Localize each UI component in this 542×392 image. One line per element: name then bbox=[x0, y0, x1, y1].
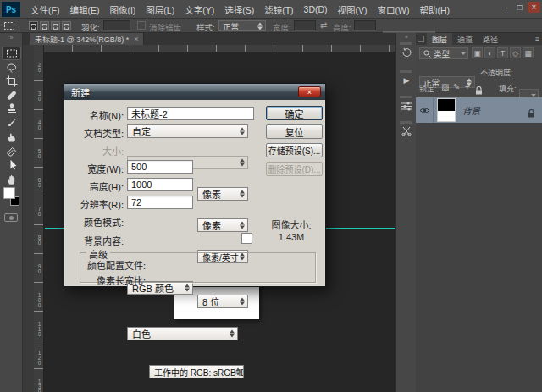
quick-mask-icon[interactable] bbox=[4, 213, 18, 222]
selection-arrow-icon bbox=[6, 159, 18, 171]
width-unit-select[interactable]: 像素 bbox=[197, 187, 248, 201]
tool-preset-icon[interactable] bbox=[3, 20, 20, 31]
tab-channels[interactable]: 通道 bbox=[452, 33, 478, 45]
lock-paint-icon[interactable]: ✎ bbox=[453, 82, 460, 91]
ruler-label: 50 bbox=[34, 148, 44, 158]
name-input[interactable]: 未标题-2 bbox=[127, 107, 254, 120]
layer-filter-select[interactable]: 类型 bbox=[419, 47, 468, 59]
resolution-input[interactable]: 72 bbox=[127, 196, 193, 209]
menu-filter[interactable]: 滤镜(T) bbox=[259, 3, 298, 16]
intersect-selection-mode-icon[interactable] bbox=[62, 21, 71, 30]
panel-menu-icon[interactable]: ≡ bbox=[535, 33, 539, 45]
subtract-selection-mode-icon[interactable] bbox=[51, 21, 60, 30]
ruler-label: 110 bbox=[34, 321, 44, 336]
antialias-checkbox[interactable] bbox=[137, 21, 146, 30]
menu-3d[interactable]: 3D(D) bbox=[299, 4, 333, 14]
save-preset-button[interactable]: 存储预设(S)... bbox=[266, 143, 323, 157]
background-contents-select[interactable]: 白色 bbox=[127, 327, 238, 340]
rectangular-marquee-tool[interactable] bbox=[2, 47, 21, 60]
add-selection-mode-icon[interactable] bbox=[40, 21, 49, 30]
adjustment-filter-icon[interactable]: ◐ bbox=[484, 47, 495, 58]
style-label: 样式: bbox=[196, 21, 215, 33]
lock-all-icon[interactable] bbox=[475, 83, 483, 98]
layer-lock-icon bbox=[528, 106, 535, 121]
doctype-label: 文档类型: bbox=[64, 126, 124, 140]
dock-caption bbox=[400, 121, 412, 124]
bitdepth-select[interactable]: 8 位 bbox=[197, 295, 248, 308]
style-select[interactable]: 正常 bbox=[218, 20, 266, 31]
menu-select[interactable]: 选择(S) bbox=[219, 3, 259, 16]
height-input[interactable] bbox=[354, 20, 376, 30]
menu-window[interactable]: 窗口(W) bbox=[373, 3, 415, 16]
layers-panel: 图层 通道 路径 ≡ 类型 ▣ ◐ T ◇ ▦ 正常 不透明度: 锁定: ▨ ✎… bbox=[416, 33, 542, 392]
pixel-filter-icon[interactable]: ▣ bbox=[472, 47, 483, 58]
lock-move-icon[interactable]: + bbox=[465, 82, 470, 91]
dock-caption bbox=[400, 42, 412, 45]
menu-image[interactable]: 图像(I) bbox=[104, 3, 141, 16]
toolbar-collapse-icon[interactable]: » bbox=[0, 35, 23, 41]
swap-dimensions-icon[interactable]: ⇄ bbox=[320, 20, 327, 30]
menu-file[interactable]: 文件(F) bbox=[25, 3, 64, 16]
tab-layers[interactable]: 图层 bbox=[427, 33, 452, 45]
brush-tool[interactable] bbox=[2, 117, 21, 130]
new-selection-mode-icon[interactable] bbox=[29, 21, 38, 30]
search-icon bbox=[423, 50, 431, 58]
dialog-close-button[interactable]: × bbox=[298, 86, 321, 97]
crop-tool[interactable] bbox=[2, 75, 21, 88]
actions-panel-icon[interactable]: ▶ bbox=[399, 74, 414, 87]
panel-dock-strip: « ▶ bbox=[395, 33, 416, 392]
smart-object-filter-icon[interactable]: ▦ bbox=[523, 47, 534, 58]
layer-row-background[interactable]: 背景 bbox=[416, 97, 542, 123]
menu-edit[interactable]: 编辑(E) bbox=[64, 3, 104, 16]
menu-help[interactable]: 帮助(H) bbox=[415, 3, 456, 16]
history-panel-icon[interactable] bbox=[399, 46, 414, 59]
width-input[interactable]: 500 bbox=[127, 160, 193, 174]
menu-bar: Ps 文件(F) 编辑(E) 图像(I) 图层(L) 文字(Y) 选择(S) 滤… bbox=[0, 0, 542, 19]
spot-healing-brush-tool[interactable] bbox=[2, 89, 21, 102]
adjustments-panel-icon[interactable] bbox=[399, 99, 414, 113]
width-input[interactable] bbox=[294, 20, 316, 30]
doctype-select[interactable]: 自定 bbox=[127, 124, 248, 138]
horizontal-ruler[interactable] bbox=[44, 45, 395, 52]
close-tab-icon[interactable]: × bbox=[134, 35, 138, 43]
maximize-button[interactable]: □ bbox=[513, 2, 526, 13]
close-window-button[interactable]: × bbox=[528, 2, 540, 13]
document-tab[interactable]: 未标题-1 @ 342%(RGB/8) * × bbox=[30, 33, 144, 45]
background-color-swatch-dialog[interactable] bbox=[241, 233, 252, 244]
menu-layer[interactable]: 图层(L) bbox=[141, 3, 180, 16]
layer-thumbnail[interactable] bbox=[437, 98, 456, 122]
height-input[interactable]: 1000 bbox=[127, 178, 193, 191]
layer-visibility-toggle[interactable] bbox=[416, 97, 434, 123]
antialias-label: 消除锯齿 bbox=[149, 21, 181, 33]
lock-transparency-icon[interactable]: ▨ bbox=[441, 82, 449, 91]
tool-presets-panel-icon[interactable] bbox=[399, 124, 414, 138]
dock-collapse-icon[interactable]: « bbox=[396, 34, 417, 40]
height-unit-select[interactable]: 像素 bbox=[197, 218, 248, 232]
foreground-color-swatch[interactable] bbox=[3, 187, 15, 199]
direct-selection-tool[interactable] bbox=[2, 158, 21, 172]
color-profile-select[interactable]: 工作中的 RGB: sRGB IEC619… bbox=[149, 365, 244, 378]
feather-label: 羽化: bbox=[81, 21, 100, 33]
clone-stamp-tool[interactable] bbox=[2, 102, 21, 116]
healing-brush-icon bbox=[6, 90, 18, 102]
hand-tool[interactable] bbox=[2, 173, 21, 186]
type-filter-icon[interactable]: T bbox=[497, 47, 508, 58]
tab-paths[interactable]: 路径 bbox=[478, 33, 503, 45]
menu-type[interactable]: 文字(Y) bbox=[180, 3, 219, 16]
smudge-tool[interactable] bbox=[2, 130, 21, 144]
feather-input[interactable] bbox=[103, 20, 130, 30]
lasso-tool[interactable] bbox=[2, 61, 21, 75]
eraser-tool[interactable] bbox=[2, 145, 21, 158]
ok-button[interactable]: 确定 bbox=[266, 106, 323, 120]
minimize-button[interactable]: – bbox=[499, 2, 512, 13]
height-label: 高度: bbox=[333, 21, 351, 33]
lasso-icon bbox=[6, 62, 18, 74]
ruler-label: 100 bbox=[34, 292, 44, 307]
delete-preset-button[interactable]: 删除预设(D)... bbox=[266, 162, 323, 176]
dialog-title-bar[interactable]: 新建 bbox=[64, 84, 325, 100]
vertical-ruler[interactable] bbox=[34, 52, 44, 392]
shape-filter-icon[interactable]: ◇ bbox=[510, 47, 521, 58]
layer-name[interactable]: 背景 bbox=[462, 104, 480, 117]
reset-button[interactable]: 复位 bbox=[266, 124, 323, 139]
menu-view[interactable]: 视图(V) bbox=[333, 3, 373, 16]
